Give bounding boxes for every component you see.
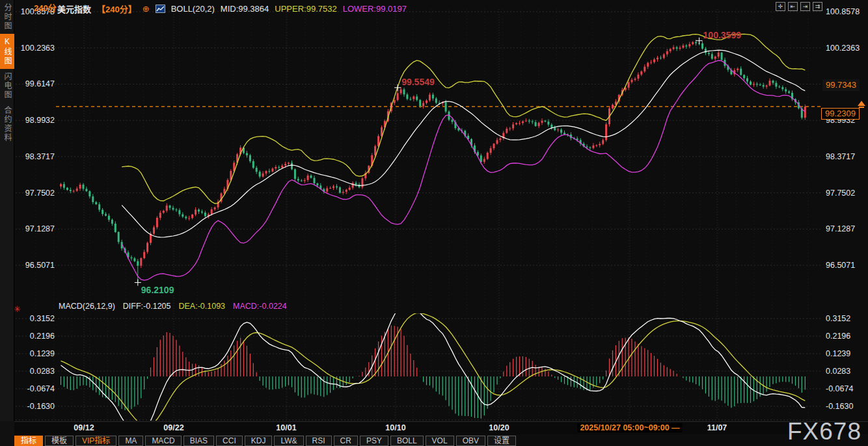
kdj-button[interactable]: KDJ <box>245 436 273 446</box>
upper-band-price-box: 99.7343 <box>822 79 860 91</box>
sidebar-tab-contract-info[interactable]: 合约资料 <box>0 103 14 146</box>
trading-app-window: 分时图 K线图 闪电图 合约资料 99.5549100.359996.2109 … <box>0 0 868 446</box>
price-axis-label-right: 97.1287 <box>826 224 855 233</box>
boll-legend-name: BOLL(20,2) <box>171 4 215 14</box>
macd-dea-value: DEA:-0.1093 <box>178 302 225 311</box>
obv-button[interactable]: OBV <box>456 436 485 446</box>
chart-type-sidebar: 分时图 K线图 闪电图 合约资料 <box>0 0 14 421</box>
price-axis-label-right: 100.2363 <box>826 44 860 53</box>
bias-button[interactable]: BIAS <box>183 436 214 446</box>
expand-bars-icon[interactable]: ⇥ <box>800 2 810 11</box>
cr-button[interactable]: CR <box>334 436 358 446</box>
page-forward-icon[interactable]: ⇉ <box>813 2 822 11</box>
date-tick-label: 11/07 <box>707 423 727 432</box>
compress-bars-icon[interactable]: ⇤ <box>788 2 798 11</box>
vip-indicator-button[interactable]: VIP指标 <box>75 436 116 446</box>
sidebar-tab-timeshare[interactable]: 分时图 <box>0 0 14 34</box>
symbol-title: 美元指数 <box>57 3 91 15</box>
macd-axis-label-right: -0.1630 <box>826 402 853 411</box>
period-tag: 【240分】 <box>97 3 137 15</box>
macd-button[interactable]: MACD <box>145 436 181 446</box>
price-axis-label-right: 96.5071 <box>826 261 855 270</box>
boll-upper-value: UPPER:99.7532 <box>275 4 336 14</box>
mini-chart-icon <box>156 5 165 13</box>
svg-text:96.2109: 96.2109 <box>141 285 174 295</box>
price-up-arrow-icon <box>858 101 865 106</box>
watermark-logo: FX678 <box>787 418 861 445</box>
settings-button[interactable]: 设置 <box>487 436 516 446</box>
macd-axis-label-right: 0.3152 <box>826 314 850 323</box>
price-axis-label-right: 97.7502 <box>826 189 855 198</box>
date-tick-label: 09/22 <box>163 423 183 432</box>
crosshair-move-icon[interactable]: ✛ <box>776 2 785 11</box>
macd-axis-label-right: 0.1239 <box>826 349 850 358</box>
macd-axis-label-right: 0.0283 <box>826 367 850 376</box>
macd-legend: MACD(26,12,9) DIFF:-0.1205 DEA:-0.1093 M… <box>59 302 287 311</box>
svg-text:100.3599: 100.3599 <box>703 30 742 40</box>
price-axis-label-right: 98.3717 <box>826 152 855 161</box>
sidebar-footer-spacer <box>0 421 14 446</box>
macd-diff-value: DIFF:-0.1205 <box>123 302 171 311</box>
psy-button[interactable]: PSY <box>360 436 388 446</box>
price-arrow-base <box>859 107 864 108</box>
main-chart-canvas[interactable]: 99.5549100.359996.2109 <box>0 0 868 446</box>
date-tick-label: 09/12 <box>74 423 94 432</box>
macd-macd-value: MACD:-0.0224 <box>233 302 287 311</box>
add-indicator-icon[interactable]: ⊕ <box>142 4 150 14</box>
cci-button[interactable]: CCI <box>216 436 243 446</box>
current-bar-timestamp: 2025/10/27 05:00~09:00 — <box>577 423 682 432</box>
chart-tool-icons: ✛⇤⇥⇉ <box>776 2 822 11</box>
macd-legend-name: MACD(26,12,9) <box>59 302 115 311</box>
date-tick-label: 10/20 <box>489 423 509 432</box>
template-button[interactable]: 模板 <box>45 436 74 446</box>
sidebar-tab-lightning[interactable]: 闪电图 <box>0 69 14 103</box>
macd-settings-icon[interactable]: ✳ <box>14 304 21 314</box>
sidebar-tab-candlestick[interactable]: K线图 <box>0 34 14 69</box>
date-axis-row: 09/1209/2210/0110/1010/202025/10/27 05:0… <box>14 421 868 434</box>
lw-button[interactable]: LW& <box>274 436 303 446</box>
last-price-box: 99.2309 <box>821 108 860 120</box>
macd-axis-label-right: -0.0674 <box>826 384 853 393</box>
svg-text:99.5549: 99.5549 <box>401 77 435 87</box>
period-text: 240分 <box>34 3 57 13</box>
date-tick-label: 10/10 <box>385 423 405 432</box>
indicator-button[interactable]: 指标 <box>14 436 43 446</box>
main-chart-legend: 美元指数 【240分】 ⊕ BOLL(20,2) MID:99.3864 UPP… <box>57 3 407 15</box>
boll-mid-value: MID:99.3864 <box>221 4 269 14</box>
boll-button[interactable]: BOLL <box>390 436 424 446</box>
vol-button[interactable]: VOL <box>426 436 454 446</box>
date-tick-label: 10/01 <box>276 423 296 432</box>
price-axis-label-right: 100.8578 <box>826 7 860 16</box>
indicator-toolbar: 指标模板VIP指标MAMACDBIASCCIKDJLW&RSICRPSYBOLL… <box>14 435 868 446</box>
rsi-button[interactable]: RSI <box>306 436 332 446</box>
ma-button[interactable]: MA <box>118 436 143 446</box>
macd-axis-label-right: 0.2196 <box>826 332 850 341</box>
boll-lower-value: LOWER:99.0197 <box>343 4 407 14</box>
